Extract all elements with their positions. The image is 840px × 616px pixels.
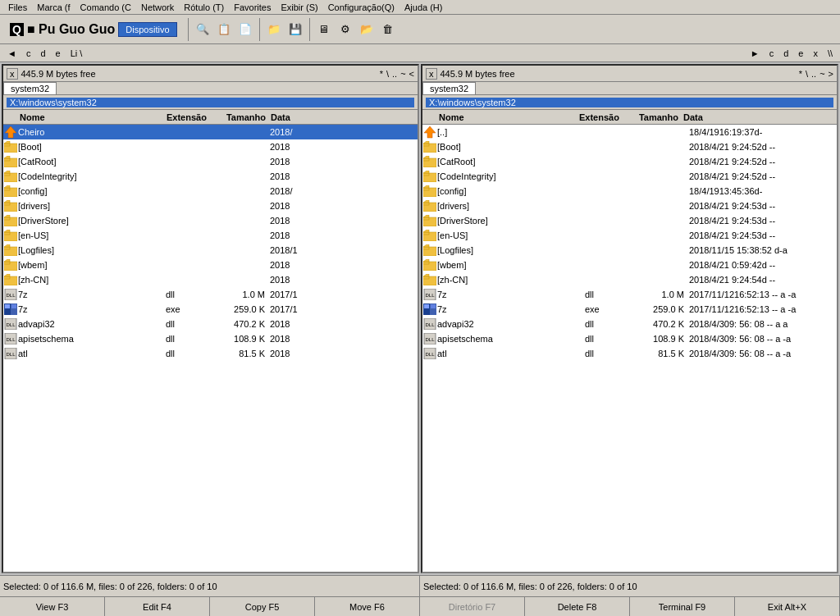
toolbar-btn-2[interactable]: 📋: [214, 20, 234, 39]
file-row[interactable]: [Logfiles] 2018/1: [3, 243, 418, 258]
drive-x-right[interactable]: x: [809, 47, 822, 60]
toolbar-btn-8[interactable]: 📂: [357, 20, 377, 39]
left-close-button[interactable]: x: [7, 68, 18, 80]
drive-li-left[interactable]: Li \: [66, 47, 87, 60]
left-file-list[interactable]: Cheiro 2018/ [Boot] 2018 [CatRoot] 2018 …: [3, 125, 418, 572]
folder-icon: [3, 214, 18, 227]
file-row[interactable]: [..] 18/4/1916:19:37d-: [422, 125, 837, 139]
drive-d-right[interactable]: d: [779, 47, 792, 60]
menu-network[interactable]: Network: [136, 2, 179, 12]
menu-favorites[interactable]: Favorites: [229, 2, 276, 12]
menu-exibir[interactable]: Exibir (S): [276, 2, 322, 12]
toolbar-btn-3[interactable]: 📄: [235, 20, 255, 39]
left-tab-system32[interactable]: system32: [3, 82, 57, 94]
func-btn-f3[interactable]: View F3: [0, 597, 105, 616]
menu-configuracao[interactable]: Configuração(Q): [323, 2, 399, 12]
right-star: *: [799, 69, 802, 79]
drive-e-right[interactable]: e: [794, 47, 807, 60]
file-date: 2017/11/1216:52:13 -- a -a: [686, 290, 837, 299]
file-row[interactable]: [CatRoot] 2018: [3, 154, 418, 169]
file-row[interactable]: Cheiro 2018/: [3, 125, 418, 139]
file-date: 2018: [267, 319, 418, 329]
menu-marca[interactable]: Marca (f: [32, 2, 75, 12]
dll-icon: DLL: [422, 347, 437, 360]
svg-rect-63: [423, 232, 429, 235]
file-row[interactable]: [CodeIntegrity] 2018/4/21 9:24:52d --: [422, 169, 837, 184]
file-row[interactable]: [wbem] 2018/4/21 0:59:42d --: [422, 258, 837, 272]
file-row[interactable]: [Boot] 2018: [3, 139, 418, 154]
file-row[interactable]: DLL 7z dll 1.0 M 2017/1: [3, 287, 418, 302]
drive-arrow-right[interactable]: ►: [746, 47, 764, 60]
right-tab-system32[interactable]: system32: [422, 82, 476, 94]
right-free-space: 445.9 M bytes free: [441, 69, 515, 79]
file-row[interactable]: [wbem] 2018: [3, 258, 418, 272]
func-btn-f9[interactable]: Terminal F9: [630, 597, 735, 616]
file-row[interactable]: [drivers] 2018/4/21 9:24:53d --: [422, 198, 837, 213]
left-path: X:\windows\system32: [7, 98, 414, 107]
dispositivo-button[interactable]: Dispositivo: [118, 22, 176, 37]
toolbar-btn-7[interactable]: ⚙: [336, 20, 355, 39]
func-btn-f6[interactable]: Move F6: [315, 597, 420, 616]
svg-marker-30: [4, 274, 10, 276]
file-row[interactable]: [CatRoot] 2018/4/21 9:24:52d --: [422, 154, 837, 169]
file-row[interactable]: DLL advapi32 dll 470.2 K 2018: [3, 317, 418, 331]
file-row[interactable]: [zh-CN] 2018: [3, 272, 418, 287]
menu-rotulo[interactable]: Rótulo (T): [179, 2, 229, 12]
file-date: 2018: [267, 349, 418, 358]
right-close-button[interactable]: x: [426, 68, 437, 80]
file-row[interactable]: [Boot] 2018/4/21 9:24:52d --: [422, 139, 837, 154]
file-row[interactable]: [en-US] 2018: [3, 228, 418, 243]
drive-c-left[interactable]: c: [22, 47, 35, 60]
drive-d-left[interactable]: d: [36, 47, 49, 60]
file-date: 2017/1: [267, 304, 418, 314]
left-arrow[interactable]: <: [409, 69, 414, 79]
file-row[interactable]: DLL advapi32 dll 470.2 K 2018/4/309: 56:…: [422, 317, 837, 331]
drive-backslash-right[interactable]: \\: [824, 47, 837, 60]
file-date: 2018/4/21 9:24:54d --: [686, 275, 837, 285]
toolbar-btn-1[interactable]: 🔍: [193, 20, 212, 39]
right-arrow[interactable]: >: [829, 69, 833, 79]
toolbar-btn-5[interactable]: 💾: [285, 20, 305, 39]
file-row[interactable]: [DriverStore] 2018/4/21 9:24:53d --: [422, 213, 837, 228]
file-row[interactable]: DLL apisetschema dll 108.9 K 2018/4/309:…: [422, 331, 837, 346]
file-name: 7z: [18, 290, 164, 299]
func-btn-f5[interactable]: Copy F5: [210, 597, 315, 616]
toolbar-btn-9[interactable]: 🗑: [378, 20, 398, 39]
file-row[interactable]: [en-US] 2018/4/21 9:24:53d --: [422, 228, 837, 243]
file-row[interactable]: [config] 18/4/1913:45:36d-: [422, 184, 837, 198]
func-btn-f10[interactable]: Exit Alt+X: [735, 597, 840, 616]
file-row[interactable]: DLL 7z dll 1.0 M 2017/11/1216:52:13 -- a…: [422, 287, 837, 302]
brand: Q ■ Pu Guo Guo Dispositivo: [3, 22, 184, 37]
toolbar-btn-6[interactable]: 🖥: [314, 20, 334, 39]
menu-ajuda[interactable]: Ajuda (H): [399, 2, 447, 12]
file-row[interactable]: [zh-CN] 2018/4/21 9:24:54d --: [422, 272, 837, 287]
svg-rect-78: [424, 304, 429, 308]
file-row[interactable]: DLL apisetschema dll 108.9 K 2018: [3, 331, 418, 346]
dll-icon: DLL: [422, 317, 437, 331]
file-row[interactable]: [Logfiles] 2018/11/15 15:38:52 d-a: [422, 243, 837, 258]
file-name: [config]: [18, 186, 164, 196]
right-file-list[interactable]: [..] 18/4/1916:19:37d- [Boot] 2018/4/21 …: [422, 125, 837, 572]
svg-rect-60: [423, 217, 429, 220]
drive-arrow-left[interactable]: ◄: [3, 47, 21, 60]
file-row[interactable]: [CodeIntegrity] 2018: [3, 169, 418, 184]
drive-e-left[interactable]: e: [52, 47, 65, 60]
file-row[interactable]: DLL atl dll 81.5 K 2018/4/309: 56: 08 --…: [422, 346, 837, 361]
func-btn-f8[interactable]: Delete F8: [525, 597, 630, 616]
func-btn-f4[interactable]: Edit F4: [105, 597, 210, 616]
toolbar-btn-4[interactable]: 📁: [264, 20, 284, 39]
file-row[interactable]: 7z exe 259.0 K 2017/11/1216:52:13 -- a -…: [422, 302, 837, 317]
drive-c-right[interactable]: c: [765, 47, 778, 60]
file-row[interactable]: [config] 2018/: [3, 184, 418, 198]
svg-rect-79: [431, 304, 436, 308]
right-col-date: Data: [680, 112, 824, 122]
file-row[interactable]: DLL atl dll 81.5 K 2018: [3, 346, 418, 361]
svg-text:DLL: DLL: [425, 352, 435, 357]
file-ext: dll: [583, 334, 628, 344]
file-row[interactable]: [drivers] 2018: [3, 198, 418, 213]
file-row[interactable]: 7z exe 259.0 K 2017/1: [3, 302, 418, 317]
menu-files[interactable]: Files: [3, 2, 32, 12]
menu-comando[interactable]: Comando (C: [75, 2, 136, 12]
file-name: [Boot]: [437, 142, 583, 152]
file-row[interactable]: [DriverStore] 2018: [3, 213, 418, 228]
